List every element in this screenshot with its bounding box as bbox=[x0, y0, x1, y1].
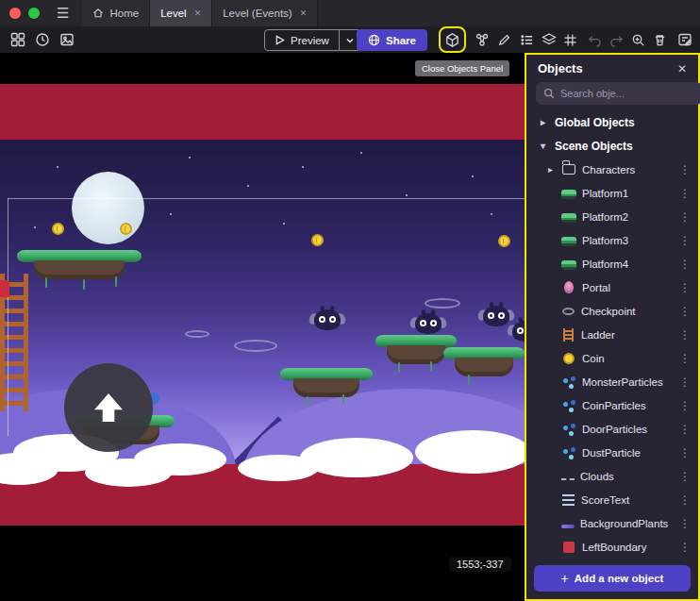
cloud-ring-sprite[interactable] bbox=[185, 330, 209, 338]
caret-right-icon[interactable]: ▸ bbox=[538, 117, 548, 127]
coin-sprite[interactable] bbox=[311, 234, 324, 246]
object-row-platform4[interactable]: Platform4⋮ bbox=[526, 252, 698, 275]
cloud-sprite[interactable] bbox=[134, 443, 226, 476]
left-boundary-sprite[interactable] bbox=[0, 280, 9, 297]
scene-properties-icon[interactable] bbox=[673, 28, 696, 51]
edit-pencil-icon[interactable] bbox=[492, 28, 516, 51]
project-manager-icon[interactable] bbox=[6, 28, 29, 51]
section-scene-objects[interactable]: ▾ Scene Objects bbox=[526, 134, 698, 158]
coin-sprite[interactable] bbox=[120, 223, 132, 235]
history-icon[interactable] bbox=[30, 28, 54, 51]
object-menu-button[interactable]: ⋮ bbox=[679, 258, 691, 271]
object-menu-button[interactable]: ⋮ bbox=[679, 541, 691, 554]
scene-canvas[interactable]: 1553;-337 bbox=[0, 53, 525, 601]
tab-label: Level (Events) bbox=[223, 8, 292, 19]
tab-close-icon[interactable]: ✕ bbox=[194, 8, 202, 18]
monster-sprite[interactable] bbox=[415, 311, 442, 334]
tab-home[interactable]: Home bbox=[82, 0, 150, 26]
object-row-checkpoint[interactable]: Checkpoint⋮ bbox=[526, 299, 698, 323]
object-menu-button[interactable]: ⋮ bbox=[679, 187, 691, 200]
up-arrow-control-sprite[interactable] bbox=[64, 363, 153, 452]
scene-image-icon[interactable] bbox=[55, 28, 78, 51]
object-menu-button[interactable]: ⋮ bbox=[679, 234, 691, 247]
main-menu-icon[interactable]: ☰ bbox=[57, 5, 69, 22]
cloud-ring-sprite[interactable] bbox=[425, 298, 460, 309]
undo-icon[interactable] bbox=[583, 28, 607, 51]
object-label: MonsterParticles bbox=[582, 376, 674, 388]
coin-sprite[interactable] bbox=[498, 235, 510, 247]
object-menu-button[interactable]: ⋮ bbox=[679, 423, 691, 436]
section-global-objects[interactable]: ▸ Global Objects bbox=[526, 110, 698, 134]
object-row-coin[interactable]: Coin⋮ bbox=[526, 346, 698, 370]
object-row-coinparticles[interactable]: CoinParticles⋮ bbox=[526, 393, 698, 417]
platform-sprite[interactable] bbox=[443, 347, 525, 376]
object-menu-button[interactable]: ⋮ bbox=[679, 163, 691, 176]
object-row-leftboundary[interactable]: LeftBoundary⋮ bbox=[526, 535, 698, 559]
zoom-in-icon[interactable] bbox=[626, 28, 650, 51]
object-row-clouds[interactable]: Clouds⋮ bbox=[526, 464, 698, 488]
object-menu-button[interactable]: ⋮ bbox=[679, 399, 691, 412]
search-box[interactable] bbox=[536, 82, 700, 105]
cloud-sprite[interactable] bbox=[415, 430, 525, 474]
object-menu-button[interactable]: ⋮ bbox=[679, 517, 691, 530]
object-menu-button[interactable]: ⋮ bbox=[679, 210, 691, 224]
object-menu-button[interactable]: ⋮ bbox=[679, 446, 691, 459]
grid-icon[interactable] bbox=[558, 28, 582, 51]
share-button[interactable]: Share bbox=[357, 29, 427, 51]
caret-down-icon[interactable]: ▾ bbox=[538, 141, 548, 151]
coin-sprite[interactable] bbox=[52, 223, 64, 235]
top-red-band bbox=[0, 84, 525, 140]
object-menu-button[interactable]: ⋮ bbox=[679, 328, 691, 342]
window-close-button[interactable] bbox=[9, 8, 21, 19]
object-row-scoretext[interactable]: ScoreText⋮ bbox=[526, 488, 698, 511]
tab-level-events[interactable]: Level (Events) ✕ bbox=[212, 0, 318, 26]
object-label: DustParticle bbox=[582, 447, 674, 459]
layers-icon[interactable] bbox=[537, 28, 560, 51]
object-label: Characters bbox=[582, 164, 674, 175]
platform-sprite[interactable] bbox=[280, 368, 373, 397]
preview-button[interactable]: Preview bbox=[264, 29, 361, 51]
object-menu-button[interactable]: ⋮ bbox=[679, 281, 691, 294]
add-object-button[interactable]: + Add a new object bbox=[534, 565, 691, 592]
particles-icon bbox=[561, 375, 576, 390]
search-icon bbox=[543, 88, 555, 99]
monster-sprite[interactable] bbox=[483, 304, 509, 326]
platform-sprite[interactable] bbox=[17, 250, 142, 279]
platform-icon bbox=[561, 237, 576, 246]
search-input[interactable] bbox=[560, 88, 694, 99]
plus-icon: + bbox=[561, 571, 569, 586]
object-groups-icon[interactable] bbox=[470, 28, 493, 51]
object-row-platform3[interactable]: Platform3⋮ bbox=[526, 228, 698, 252]
object-row-backgroundplants[interactable]: BackgroundPlants⋮ bbox=[526, 511, 698, 535]
object-row-platform2[interactable]: Platform2⋮ bbox=[526, 205, 698, 228]
monster-sprite[interactable] bbox=[512, 319, 525, 342]
object-menu-button[interactable]: ⋮ bbox=[679, 376, 691, 389]
object-row-ladder[interactable]: Ladder⋮ bbox=[526, 323, 698, 346]
window-zoom-button[interactable] bbox=[28, 8, 40, 19]
tab-close-icon[interactable]: ✕ bbox=[300, 8, 308, 18]
caret-right-icon[interactable]: ▸ bbox=[545, 164, 556, 175]
object-row-monsterparticles[interactable]: MonsterParticles⋮ bbox=[526, 370, 698, 393]
monster-sprite[interactable] bbox=[314, 308, 341, 330]
object-row-characters[interactable]: ▸Characters⋮ bbox=[526, 158, 698, 181]
object-label: BackgroundPlants bbox=[580, 518, 674, 529]
instances-list-icon[interactable] bbox=[515, 28, 539, 51]
object-menu-button[interactable]: ⋮ bbox=[679, 493, 691, 507]
objects-panel-header: Objects ✕ bbox=[526, 55, 698, 80]
particles-icon bbox=[561, 398, 576, 413]
object-row-platform1[interactable]: Platform1⋮ bbox=[526, 181, 698, 205]
objects-panel-icon[interactable] bbox=[441, 28, 464, 51]
cloud-ring-sprite[interactable] bbox=[234, 340, 277, 352]
object-menu-button[interactable]: ⋮ bbox=[679, 470, 691, 483]
object-row-dustparticle[interactable]: DustParticle⋮ bbox=[526, 441, 698, 464]
tab-level[interactable]: Level ✕ bbox=[150, 0, 212, 26]
delete-icon[interactable] bbox=[648, 28, 672, 51]
redo-icon[interactable] bbox=[605, 28, 628, 51]
object-menu-button[interactable]: ⋮ bbox=[679, 305, 691, 318]
object-row-doorparticles[interactable]: DoorParticles⋮ bbox=[526, 417, 698, 441]
moon-sprite[interactable] bbox=[72, 172, 144, 244]
panel-close-icon[interactable]: ✕ bbox=[677, 62, 687, 75]
cloud-sprite[interactable] bbox=[300, 438, 413, 477]
object-menu-button[interactable]: ⋮ bbox=[679, 352, 691, 365]
object-row-portal[interactable]: Portal⋮ bbox=[526, 275, 698, 299]
